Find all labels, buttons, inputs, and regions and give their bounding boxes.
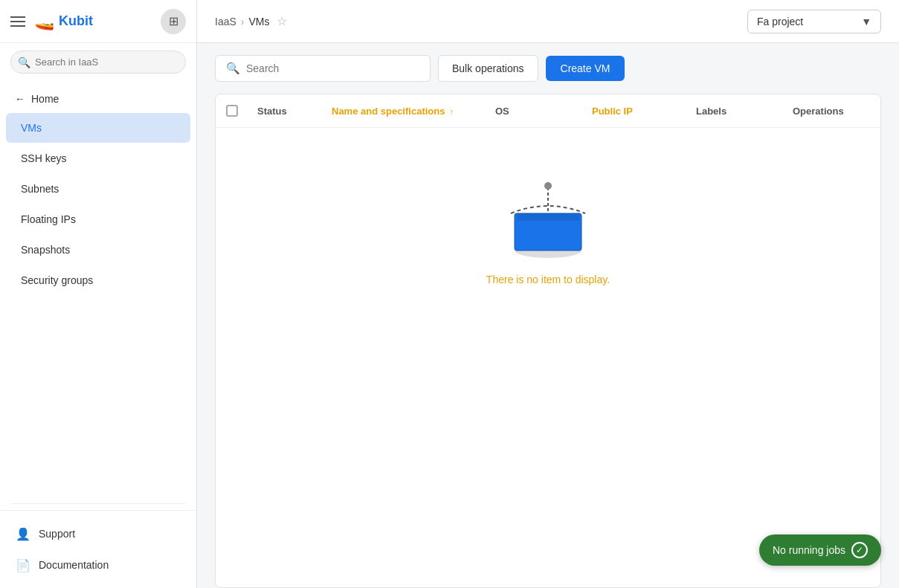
project-label: Fa project bbox=[757, 16, 803, 28]
table-header: Status Name and specifications ↑ OS Publ… bbox=[216, 94, 880, 128]
main-content: IaaS › VMs ☆ Fa project ▼ 🔍 Bulk operati… bbox=[197, 0, 899, 588]
logo-area: 🚤 Kubit bbox=[34, 12, 93, 31]
empty-message: There is no item to display. bbox=[486, 274, 610, 285]
sidebar-search-container: 🔍 bbox=[0, 43, 196, 81]
jobs-badge[interactable]: No running jobs ✓ bbox=[759, 534, 881, 566]
empty-state-illustration bbox=[496, 172, 600, 262]
sidebar-nav: ← Home VMs SSH keys Subnets Floating IPs… bbox=[0, 81, 196, 497]
jobs-badge-label: No running jobs bbox=[773, 544, 845, 556]
sidebar-search-input[interactable] bbox=[10, 51, 186, 74]
sidebar-header: 🚤 Kubit ⊞ bbox=[0, 0, 196, 43]
sidebar-documentation-button[interactable]: 📄 Documentation bbox=[0, 549, 196, 581]
app-name: Kubit bbox=[59, 13, 93, 29]
topbar-right: Fa project ▼ bbox=[747, 10, 881, 33]
sidebar-item-subnets[interactable]: Subnets bbox=[6, 174, 190, 204]
jobs-check-icon: ✓ bbox=[851, 542, 868, 558]
sidebar-item-snapshots[interactable]: Snapshots bbox=[6, 235, 190, 265]
search-box: 🔍 bbox=[215, 55, 431, 82]
empty-state: There is no item to display. bbox=[216, 128, 880, 330]
sidebar-search-icon: 🔍 bbox=[18, 56, 30, 68]
sidebar: 🚤 Kubit ⊞ 🔍 ← Home VMs SSH keys Subnets … bbox=[0, 0, 197, 588]
favorite-star-icon[interactable]: ☆ bbox=[277, 14, 287, 28]
sidebar-item-security-groups[interactable]: Security groups bbox=[6, 265, 190, 295]
sidebar-home-button[interactable]: ← Home bbox=[0, 85, 196, 112]
action-bar: 🔍 Bulk operations Create VM bbox=[197, 43, 899, 94]
create-vm-button[interactable]: Create VM bbox=[546, 56, 625, 81]
select-all-checkbox[interactable] bbox=[226, 105, 238, 117]
search-input[interactable] bbox=[246, 62, 419, 74]
sidebar-item-label-snapshots: Snapshots bbox=[21, 244, 70, 256]
col-labels: Labels bbox=[687, 95, 784, 127]
sidebar-support-button[interactable]: 👤 Support bbox=[0, 518, 196, 549]
sidebar-item-label-floating-ips: Floating IPs bbox=[21, 213, 76, 225]
home-label: Home bbox=[31, 93, 59, 105]
svg-point-5 bbox=[544, 182, 552, 190]
col-name[interactable]: Name and specifications ↑ bbox=[323, 95, 486, 127]
sort-asc-icon: ↑ bbox=[450, 107, 454, 116]
breadcrumb-separator: › bbox=[241, 16, 245, 28]
project-selector[interactable]: Fa project ▼ bbox=[747, 10, 881, 33]
documentation-label: Documentation bbox=[39, 559, 109, 571]
breadcrumb-current: VMs bbox=[248, 16, 269, 28]
svg-rect-3 bbox=[517, 213, 579, 221]
breadcrumb: IaaS › VMs ☆ bbox=[215, 14, 287, 28]
sidebar-divider bbox=[10, 503, 186, 504]
col-operations: Operations bbox=[784, 95, 873, 127]
sidebar-item-label-ssh-keys: SSH keys bbox=[21, 152, 66, 164]
col-os: OS bbox=[486, 95, 583, 127]
topbar: IaaS › VMs ☆ Fa project ▼ bbox=[197, 0, 899, 43]
hamburger-icon[interactable] bbox=[10, 16, 25, 27]
kubit-logo-icon: 🚤 bbox=[34, 12, 54, 31]
support-label: Support bbox=[39, 528, 75, 540]
col-status: Status bbox=[248, 95, 323, 127]
select-all-checkbox-container bbox=[216, 94, 248, 127]
home-back-icon: ← bbox=[15, 93, 25, 105]
sidebar-item-floating-ips[interactable]: Floating IPs bbox=[6, 204, 190, 234]
breadcrumb-root[interactable]: IaaS bbox=[215, 16, 236, 28]
sidebar-bottom: 👤 Support 📄 Documentation bbox=[0, 510, 196, 588]
documentation-icon: 📄 bbox=[15, 557, 31, 573]
grid-icon[interactable]: ⊞ bbox=[161, 9, 186, 34]
support-icon: 👤 bbox=[15, 526, 31, 542]
sidebar-item-vms[interactable]: VMs bbox=[6, 113, 190, 143]
sidebar-item-label-vms: VMs bbox=[21, 122, 42, 134]
sidebar-item-label-security-groups: Security groups bbox=[21, 274, 93, 286]
sidebar-item-ssh-keys[interactable]: SSH keys bbox=[6, 143, 190, 173]
search-icon: 🔍 bbox=[226, 62, 240, 75]
bulk-operations-button[interactable]: Bulk operations bbox=[438, 55, 538, 82]
col-public-ip: Public IP bbox=[583, 95, 687, 127]
chevron-down-icon: ▼ bbox=[861, 16, 871, 28]
vms-table: Status Name and specifications ↑ OS Publ… bbox=[215, 94, 881, 588]
sidebar-item-label-subnets: Subnets bbox=[21, 183, 59, 195]
